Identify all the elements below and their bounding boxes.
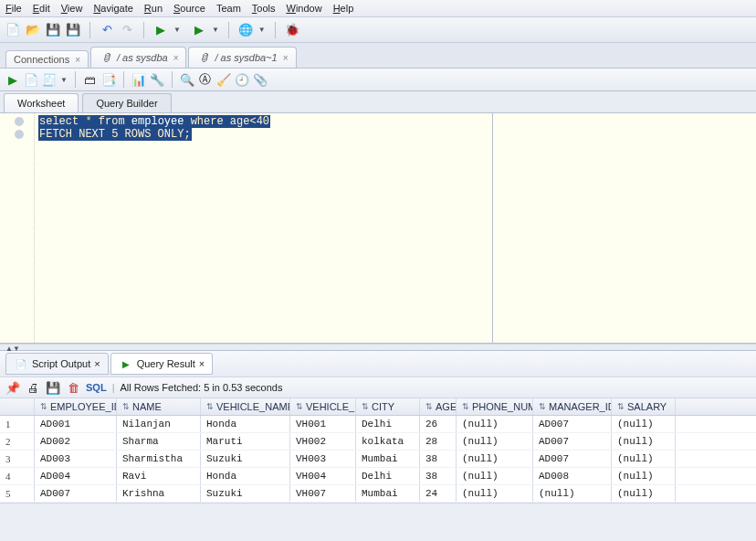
cell[interactable]: AD002 (35, 433, 117, 450)
cell[interactable]: VH001 (290, 416, 356, 432)
col-header[interactable]: ⇅CITY (356, 398, 420, 415)
print-icon[interactable]: 🖨 (26, 380, 40, 395)
explain-icon[interactable]: 🧾 (42, 72, 57, 87)
close-icon[interactable]: × (173, 53, 179, 63)
run-script-icon[interactable]: 📄 (24, 72, 38, 87)
cell[interactable]: (null) (612, 485, 676, 502)
col-header[interactable]: ⇅MANAGER_ID (533, 398, 612, 415)
close-icon[interactable]: × (283, 53, 289, 63)
menu-window[interactable]: Window (286, 3, 321, 14)
menu-file[interactable]: File (5, 3, 22, 14)
cell[interactable]: Krishna (117, 485, 201, 502)
cell[interactable]: Ravi (117, 468, 201, 484)
table-row[interactable]: 5AD007KrishnaSuzukiVH007Mumbai24(null)(n… (0, 485, 756, 503)
cell[interactable]: Suzuki (201, 485, 290, 502)
cell[interactable]: Mumbai (356, 451, 420, 467)
cell[interactable]: Honda (201, 416, 290, 432)
cell[interactable]: Mumbai (356, 485, 420, 502)
cell[interactable]: AD007 (533, 451, 612, 467)
cell[interactable]: Delhi (356, 416, 420, 432)
cell[interactable]: VH002 (290, 433, 356, 450)
rownum-header[interactable] (0, 398, 35, 415)
cell[interactable]: AD008 (533, 468, 612, 484)
undo-icon[interactable]: ↶ (100, 23, 114, 37)
cell[interactable]: 2 (0, 433, 35, 450)
cell[interactable]: Sharmistha (117, 451, 201, 467)
cell[interactable]: 4 (0, 468, 35, 484)
cell[interactable]: Honda (201, 468, 290, 484)
globe-icon[interactable]: 🌐 (238, 23, 253, 37)
menu-navigate[interactable]: Navigate (93, 3, 132, 14)
run-statement-icon[interactable]: ▶ (5, 72, 20, 87)
run-icon[interactable]: ▶ (153, 23, 168, 37)
menu-team[interactable]: Team (216, 3, 241, 14)
col-header[interactable]: ⇅PHONE_NUM (457, 398, 533, 415)
col-header[interactable]: ⇅NAME (117, 398, 201, 415)
cell[interactable]: (null) (457, 468, 533, 484)
run-alt-icon[interactable]: ▶ (192, 23, 206, 37)
cell[interactable]: VH003 (290, 451, 356, 467)
sql-editor[interactable]: select * from employee where age<40 FETC… (0, 113, 756, 344)
cell[interactable]: 1 (0, 416, 35, 432)
table-row[interactable]: 3AD003SharmisthaSuzukiVH003Mumbai38(null… (0, 451, 756, 468)
find-icon[interactable]: 🔍 (180, 72, 194, 87)
cell[interactable]: Sharma (117, 433, 201, 450)
cell[interactable]: AD007 (35, 485, 117, 502)
col-header[interactable]: ⇅VEHICLE_ID (290, 398, 356, 415)
menu-edit[interactable]: Edit (33, 3, 50, 14)
tab-worksheet[interactable]: Worksheet (4, 93, 79, 112)
commit-icon[interactable]: 🗃 (83, 72, 98, 87)
cell[interactable]: AD007 (533, 416, 612, 432)
save-icon[interactable]: 💾 (46, 23, 60, 37)
menu-help[interactable]: Help (333, 3, 354, 14)
tab-query-builder[interactable]: Query Builder (82, 93, 171, 112)
dropdown-icon[interactable]: ▼ (60, 76, 68, 84)
save-all-icon[interactable]: 💾 (66, 23, 80, 37)
open-icon[interactable]: 📂 (26, 23, 40, 37)
cell[interactable]: 3 (0, 451, 35, 467)
autotrace-icon[interactable]: 📊 (131, 72, 146, 87)
cell[interactable]: 38 (420, 468, 457, 484)
pin-icon[interactable]: 📌 (5, 380, 20, 395)
close-icon[interactable]: × (199, 358, 205, 369)
menu-source[interactable]: Source (173, 3, 205, 14)
tab-query-result[interactable]: ▶Query Result× (110, 353, 214, 375)
cell[interactable]: Suzuki (201, 451, 290, 467)
menu-view[interactable]: View (61, 3, 83, 14)
table-row[interactable]: 2AD002SharmaMarutiVH002kolkata28(null)AD… (0, 433, 756, 451)
cell[interactable]: AD001 (35, 416, 117, 432)
cell[interactable]: (null) (457, 433, 533, 450)
table-row[interactable]: 1AD001NilanjanHondaVH001Delhi26(null)AD0… (0, 416, 756, 433)
sqltune-icon[interactable]: 🔧 (150, 72, 164, 87)
menu-run[interactable]: Run (144, 3, 163, 14)
cell[interactable]: 5 (0, 485, 35, 502)
tab-connections[interactable]: Connections× (5, 50, 89, 68)
cell[interactable]: (null) (457, 451, 533, 467)
run-alt-dropdown-icon[interactable]: ▼ (212, 26, 219, 34)
close-icon[interactable]: × (94, 358, 100, 369)
cell[interactable]: Maruti (201, 433, 290, 450)
tab-script-output[interactable]: 📄Script Output× (5, 353, 109, 375)
cell[interactable]: 38 (420, 451, 457, 467)
sql-label[interactable]: SQL (86, 382, 107, 393)
cell[interactable]: Nilanjan (117, 416, 201, 432)
cell[interactable]: 26 (420, 416, 457, 432)
globe-dropdown-icon[interactable]: ▼ (258, 26, 266, 34)
snippet-icon[interactable]: 📎 (253, 72, 268, 87)
cell[interactable]: AD004 (35, 468, 117, 484)
col-header[interactable]: ⇅VEHICLE_NAME (201, 398, 290, 415)
save-grid-icon[interactable]: 💾 (46, 380, 60, 395)
cell[interactable]: Delhi (356, 468, 420, 484)
run-dropdown-icon[interactable]: ▼ (173, 26, 181, 34)
cell[interactable]: VH007 (290, 485, 356, 502)
cell[interactable]: (null) (612, 468, 676, 484)
cell[interactable]: kolkata (356, 433, 420, 450)
cell[interactable]: (null) (612, 433, 676, 450)
tab-sysdba[interactable]: 🛢/ as sysdba× (90, 47, 186, 68)
sql-code[interactable]: select * from employee where age<40 FETC… (38, 115, 270, 141)
cell[interactable]: AD003 (35, 451, 117, 467)
col-header[interactable]: ⇅AGE (420, 398, 457, 415)
cell[interactable]: 24 (420, 485, 457, 502)
cell[interactable]: (null) (457, 416, 533, 432)
clear-icon[interactable]: 🧹 (216, 72, 231, 87)
